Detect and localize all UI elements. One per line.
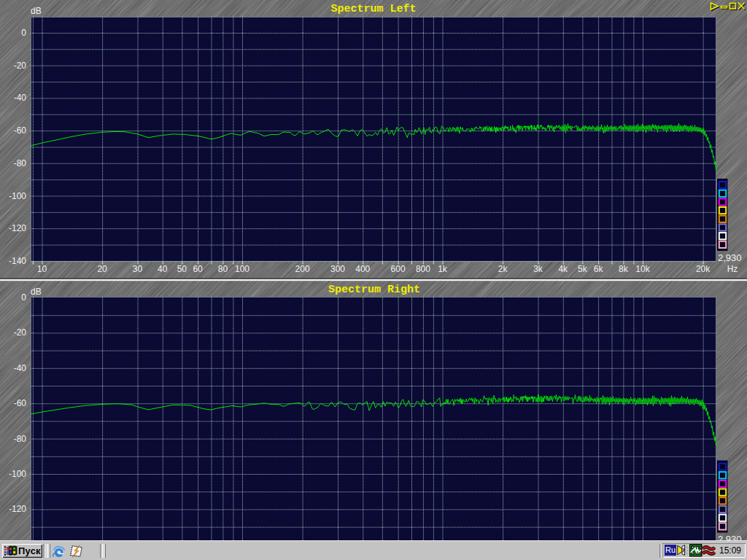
svg-text:400: 400 <box>355 264 370 274</box>
svg-text:800: 800 <box>416 264 430 274</box>
svg-text:50: 50 <box>177 264 187 274</box>
svg-text:200: 200 <box>295 264 310 274</box>
svg-text:-20: -20 <box>14 61 27 71</box>
svg-text:0: 0 <box>21 292 26 303</box>
svg-text:100: 100 <box>235 264 249 274</box>
svg-text:10k: 10k <box>635 264 650 274</box>
svg-text:dB: dB <box>31 6 42 16</box>
svg-text:-140: -140 <box>9 256 26 266</box>
svg-text:-80: -80 <box>14 158 27 168</box>
svg-text:4k: 4k <box>558 264 568 274</box>
svg-text:80: 80 <box>218 264 228 274</box>
svg-text:6k: 6k <box>594 264 604 274</box>
svg-text:60: 60 <box>193 264 203 274</box>
svg-text:-100: -100 <box>9 469 26 479</box>
svg-text:-60: -60 <box>14 125 27 136</box>
svg-text:Hz: Hz <box>727 264 738 274</box>
svg-text:40: 40 <box>158 264 168 274</box>
svg-text:3k: 3k <box>533 264 543 274</box>
svg-text:600: 600 <box>391 264 406 274</box>
svg-text:5k: 5k <box>578 264 588 274</box>
svg-text:1k: 1k <box>438 264 448 274</box>
svg-text:dB: dB <box>31 287 42 297</box>
svg-text:2k: 2k <box>498 264 508 274</box>
svg-text:-120: -120 <box>9 504 26 514</box>
svg-text:300: 300 <box>330 264 345 274</box>
svg-text:10: 10 <box>37 264 47 274</box>
svg-text:0: 0 <box>21 28 26 38</box>
svg-text:Spectrum Right: Spectrum Right <box>328 284 420 296</box>
svg-text:-120: -120 <box>9 223 26 233</box>
svg-text:-100: -100 <box>9 191 26 201</box>
svg-text:20: 20 <box>97 264 107 274</box>
svg-text:-20: -20 <box>14 327 27 338</box>
svg-text:-60: -60 <box>14 398 27 408</box>
svg-text:2,930: 2,930 <box>718 252 742 263</box>
svg-text:30: 30 <box>133 264 143 274</box>
svg-text:Spectrum Left: Spectrum Left <box>330 3 416 15</box>
svg-text:20k: 20k <box>696 264 711 274</box>
svg-text:-40: -40 <box>14 363 27 373</box>
svg-text:-40: -40 <box>14 93 27 103</box>
svg-text:8k: 8k <box>619 264 629 274</box>
svg-text:-80: -80 <box>14 434 27 444</box>
